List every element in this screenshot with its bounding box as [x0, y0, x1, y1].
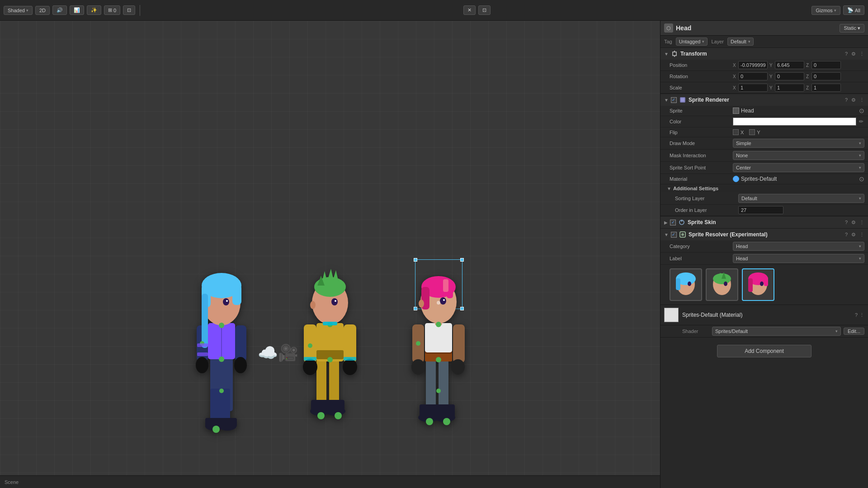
category-chevron-icon: ▾ [859, 244, 861, 249]
rotation-z-input[interactable] [811, 72, 841, 80]
svg-point-35 [335, 412, 342, 419]
flip-x-label[interactable]: X [733, 129, 744, 135]
top-toolbar: Shaded ▾ 2D 🔊 📊 ✨ ⊞ 0 ⊡ ✕ ⊡ Gizmos ▾ 📡 A [0, 0, 868, 21]
additional-settings-header[interactable]: ▼ Additional Settings [660, 184, 868, 192]
sprite-sort-dropdown[interactable]: Center ▾ [733, 163, 864, 172]
flip-y-checkbox[interactable] [749, 129, 755, 135]
sprite-skin-checkbox[interactable]: ✓ [670, 220, 676, 225]
tag-dropdown[interactable]: Untagged ▾ [676, 38, 708, 46]
overlay-button[interactable]: ⊡ [123, 5, 135, 15]
position-y-field: Y [769, 61, 804, 69]
sprite-sort-point-row: Sprite Sort Point Center ▾ [660, 162, 868, 174]
sprite-renderer-checkbox[interactable]: ✓ [671, 97, 677, 103]
scale-z-input[interactable] [811, 84, 841, 92]
svg-point-99 [688, 282, 691, 286]
material-field[interactable]: Sprites-Default [733, 176, 857, 182]
sr-settings-icon[interactable]: ⚙ [851, 97, 856, 103]
2d-button[interactable]: 2D [35, 6, 50, 15]
mask-interaction-dropdown[interactable]: None ▾ [733, 151, 864, 160]
svg-point-23 [219, 357, 224, 362]
sprite-thumb-2[interactable] [706, 268, 738, 301]
color-swatch[interactable] [733, 117, 856, 126]
sprite-resolver-checkbox[interactable]: ✓ [671, 232, 677, 238]
transform-header[interactable]: ▼ Transform ? ⚙ ⋮ [660, 48, 868, 60]
ss-help-icon[interactable]: ? [845, 220, 848, 225]
rotation-row: Rotation X Y Z [660, 71, 868, 82]
color-edit-button[interactable]: ✏ [858, 118, 864, 125]
sres-help-icon[interactable]: ? [845, 232, 848, 238]
category-row: Category Head ▾ [660, 240, 868, 253]
position-x-field: X [733, 61, 768, 69]
sprite-field[interactable]: Head [733, 108, 857, 114]
camera-icon: ☁️🎥 [258, 343, 298, 362]
sprite-skin-header[interactable]: ▶ ✓ Sprite Skin ? ⚙ ⋮ [660, 216, 868, 228]
flip-y-label[interactable]: Y [749, 129, 760, 135]
layer-dropdown[interactable]: Default ▾ [727, 38, 754, 46]
ss-more-icon[interactable]: ⋮ [859, 220, 864, 225]
sprite-resolver-header[interactable]: ▼ ✓ Sprite Resolver (Experimental) ? ⚙ ⋮ [660, 229, 868, 240]
rotation-z-field: Z [806, 72, 841, 80]
move-tool[interactable]: ✕ [463, 5, 476, 15]
scale-y-input[interactable] [775, 84, 804, 92]
additional-settings-expand-icon: ▼ [667, 186, 671, 191]
sorting-layer-dropdown[interactable]: Default ▾ [738, 194, 864, 203]
rect-tool[interactable]: ⊡ [478, 5, 491, 15]
label-dropdown[interactable]: Head ▾ [733, 254, 864, 263]
fx-button[interactable]: ✨ [87, 5, 101, 15]
static-button[interactable]: Static ▾ [840, 24, 864, 33]
all-button[interactable]: 📡 All [843, 5, 864, 15]
svg-point-85 [436, 389, 441, 393]
color-value: ✏ [733, 117, 864, 126]
character-1[interactable] [185, 253, 258, 452]
stats-button[interactable]: 📊 [70, 5, 84, 15]
separator1 [140, 5, 140, 16]
sres-more-icon[interactable]: ⋮ [859, 232, 864, 238]
rotation-x-input[interactable] [738, 72, 768, 80]
svg-point-65 [443, 418, 450, 425]
order-in-layer-input[interactable] [738, 206, 783, 214]
shader-dropdown[interactable]: Sprites/Default ▾ [712, 327, 841, 336]
svg-rect-26 [197, 343, 208, 347]
shader-edit-button[interactable]: Edit... [844, 328, 864, 335]
sprite-thumb-1[interactable] [670, 268, 702, 301]
mat-help-icon[interactable]: ? [855, 312, 858, 318]
sprite-renderer-section: ▼ ✓ Sprite Renderer ? ⚙ ⋮ [660, 94, 868, 216]
position-z-input[interactable] [811, 61, 841, 69]
object-name: Head [676, 24, 837, 32]
sr-more-icon[interactable]: ⋮ [859, 97, 864, 103]
character-2-svg [294, 253, 366, 452]
svg-point-20 [226, 300, 228, 302]
shading-dropdown[interactable]: Shaded ▾ [4, 6, 33, 15]
mat-more-icon[interactable]: ⋮ [859, 312, 864, 318]
layer-chevron-icon: ▾ [748, 39, 750, 44]
material-comp-row: Sprites-Default (Material) ? ⋮ [660, 305, 868, 325]
transform-more-icon[interactable]: ⋮ [859, 51, 864, 57]
svg-point-80 [443, 299, 445, 301]
position-y-input[interactable] [775, 61, 804, 69]
sprite-target-icon[interactable]: ⊙ [859, 107, 864, 114]
svg-rect-91 [681, 98, 684, 102]
ss-settings-icon[interactable]: ⚙ [851, 220, 856, 225]
gizmos-button[interactable]: Gizmos ▾ [811, 6, 840, 15]
flip-x-checkbox[interactable] [733, 129, 739, 135]
audio-button[interactable]: 🔊 [52, 5, 67, 15]
character-1-svg [185, 253, 258, 452]
grid-button[interactable]: ⊞ 0 [104, 5, 120, 15]
character-2[interactable]: ☁️🎥 [294, 253, 366, 452]
scale-x-input[interactable] [738, 84, 768, 92]
category-dropdown[interactable]: Head ▾ [733, 242, 864, 251]
sprite-thumb-3-active[interactable] [742, 268, 774, 301]
character-3-selected[interactable] [402, 253, 475, 452]
rotation-y-input[interactable] [775, 72, 804, 80]
material-target-icon[interactable]: ⊙ [859, 175, 864, 183]
add-component-button[interactable]: Add Component [717, 345, 811, 357]
gizmos-chevron-icon: ▾ [834, 8, 836, 13]
transform-help-icon[interactable]: ? [845, 51, 848, 57]
position-x-input[interactable] [738, 61, 768, 69]
draw-mode-dropdown[interactable]: Simple ▾ [733, 139, 864, 148]
sprite-renderer-header[interactable]: ▼ ✓ Sprite Renderer ? ⚙ ⋮ [660, 94, 868, 106]
sres-settings-icon[interactable]: ⚙ [851, 232, 856, 238]
scene-view[interactable]: ☁️🎥 [0, 21, 660, 488]
sr-help-icon[interactable]: ? [845, 97, 848, 103]
transform-settings-icon[interactable]: ⚙ [851, 51, 856, 57]
